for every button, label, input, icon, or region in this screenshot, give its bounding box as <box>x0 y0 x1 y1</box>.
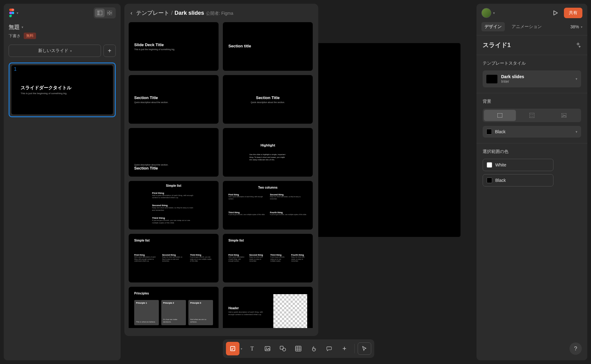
file-title-text: 無題 <box>9 23 20 31</box>
template-selector[interactable]: Dark slides Inter ▾ <box>483 70 581 87</box>
add-slide-button[interactable]: + <box>103 45 116 57</box>
chevron-down-icon[interactable]: ▾ <box>241 347 242 350</box>
bg-gradient-button[interactable] <box>516 110 548 121</box>
template-card[interactable]: Simple list First thingAdd a quick descr… <box>129 181 219 230</box>
tool-comment[interactable] <box>322 342 336 355</box>
thumb-title: スライドダークタイトル <box>21 85 104 91</box>
color-swatch-black <box>487 178 492 183</box>
file-subtitle: 下書き 無料 <box>9 33 116 39</box>
svg-rect-5 <box>107 13 109 15</box>
template-card[interactable]: Slide Deck Title This is just the beginn… <box>129 22 219 71</box>
new-slide-label: 新しいスライド <box>38 48 68 54</box>
svg-point-21 <box>533 114 533 115</box>
tab-animation[interactable]: アニメーション <box>509 22 545 31</box>
template-card[interactable]: Highlight Use this slide to highlight a … <box>223 128 313 177</box>
file-title[interactable]: 無題 ▾ <box>9 23 116 31</box>
zoom-dropdown[interactable]: 38% ▾ <box>570 24 582 29</box>
svg-rect-1 <box>97 11 102 15</box>
color-swatch-black <box>486 129 492 134</box>
breadcrumb-separator: / <box>171 10 173 16</box>
frame-icon <box>230 346 236 352</box>
tool-interactive[interactable] <box>307 342 320 355</box>
canvas-area: ル ‹ テンプレート / Dark slides 公開者: Figma Slid… <box>124 0 473 364</box>
tpl-list-head: Simple list <box>166 184 181 187</box>
svg-rect-3 <box>107 11 109 13</box>
tool-move[interactable] <box>226 342 239 355</box>
breadcrumb-category[interactable]: テンプレート <box>136 9 169 17</box>
sidebar-header: ▾ <box>9 7 116 18</box>
svg-point-23 <box>533 116 533 117</box>
template-name: Dark slides <box>501 74 572 79</box>
slide-name-section: スライド1 <box>476 35 587 55</box>
view-grid-button[interactable] <box>105 9 115 17</box>
tab-design[interactable]: デザイン <box>481 22 505 31</box>
tpl-list-head: Simple list <box>134 239 213 242</box>
tpl-title: Slide Deck Title <box>134 42 213 47</box>
tpl-sub: Quick description about the section. <box>134 164 213 166</box>
chevron-down-icon: ▾ <box>70 49 72 53</box>
svg-rect-19 <box>529 113 534 118</box>
template-card[interactable]: Quick description about the section. Sec… <box>129 128 219 177</box>
svg-point-25 <box>563 114 564 115</box>
figma-icon <box>9 9 15 17</box>
tool-text[interactable]: T <box>245 342 259 355</box>
bg-image-button[interactable] <box>548 110 580 121</box>
slide-name: スライド1 <box>483 41 511 49</box>
tool-table[interactable] <box>291 342 305 355</box>
template-card[interactable]: Header Add a quick description of each t… <box>223 287 313 328</box>
template-header: ‹ テンプレート / Dark slides 公開者: Figma <box>129 9 314 17</box>
share-button[interactable]: 共有 <box>564 8 582 18</box>
back-button[interactable]: ‹ <box>131 10 132 16</box>
image-placeholder-icon <box>273 294 307 328</box>
background-color-select[interactable]: Black ▾ <box>483 126 581 138</box>
new-slide-row: 新しいスライド ▾ + <box>9 45 116 57</box>
color-label: White <box>495 162 506 167</box>
section-title: テンプレートスタイル <box>483 61 581 66</box>
tpl-title: Section Title <box>134 95 213 100</box>
draft-label[interactable]: 下書き <box>9 33 21 39</box>
avatar-menu[interactable]: ▾ <box>481 8 495 18</box>
view-toggle <box>94 7 116 18</box>
tpl-highlight-label: Highlight <box>260 143 275 147</box>
template-card[interactable]: Principles Principle 1This is what we be… <box>129 287 219 328</box>
settings-icon[interactable] <box>575 42 581 48</box>
thumb-subtitle: This is just the beginning of something … <box>21 92 104 95</box>
zoom-value: 38% <box>570 24 579 29</box>
bg-solid-button[interactable] <box>484 110 516 121</box>
new-slide-button[interactable]: 新しいスライド ▾ <box>9 45 101 57</box>
user-avatar <box>481 8 491 18</box>
template-card[interactable]: Simple list First thingAdd a quick descr… <box>223 234 313 282</box>
chevron-down-icon: ▾ <box>576 130 577 134</box>
slide-number: 1 <box>14 66 17 72</box>
template-card[interactable]: Section Title Quick description about th… <box>223 75 313 124</box>
template-card[interactable]: Simple list First thingAdd a quick descr… <box>129 234 219 282</box>
figma-logo-menu[interactable]: ▾ <box>9 9 18 17</box>
tpl-sub: Quick description about the section. <box>134 101 213 103</box>
template-card[interactable]: Section Title Quick description about th… <box>129 75 219 124</box>
selection-color-black[interactable]: Black <box>483 174 553 186</box>
svg-rect-6 <box>110 13 112 15</box>
template-card[interactable]: Two columns First thingAdd a quick descr… <box>223 181 313 230</box>
tool-shape[interactable] <box>276 342 290 355</box>
template-card[interactable]: Section title <box>223 22 313 71</box>
view-single-button[interactable] <box>95 9 105 17</box>
slide-thumbnail-selected[interactable]: 1 スライドダークタイトル This is just the beginning… <box>9 62 116 117</box>
svg-point-10 <box>266 348 267 349</box>
tool-cursor[interactable] <box>359 343 370 354</box>
tool-add[interactable]: + <box>338 342 351 355</box>
selection-color-white[interactable]: White <box>483 159 553 171</box>
svg-point-0 <box>12 12 14 14</box>
breadcrumb: テンプレート / Dark slides 公開者: Figma <box>136 9 233 17</box>
tool-image[interactable] <box>261 342 274 355</box>
present-button[interactable] <box>550 7 561 18</box>
svg-rect-13 <box>296 346 301 351</box>
hand-tap-icon <box>311 346 317 352</box>
image-icon <box>561 113 566 118</box>
comment-icon <box>326 346 332 352</box>
help-button[interactable]: ? <box>569 342 582 355</box>
color-label: Black <box>495 178 506 183</box>
tool-cursor-group <box>358 342 371 355</box>
svg-point-20 <box>531 114 531 115</box>
section-title: 選択範囲の色 <box>483 149 581 154</box>
template-font: Inter <box>501 79 572 84</box>
